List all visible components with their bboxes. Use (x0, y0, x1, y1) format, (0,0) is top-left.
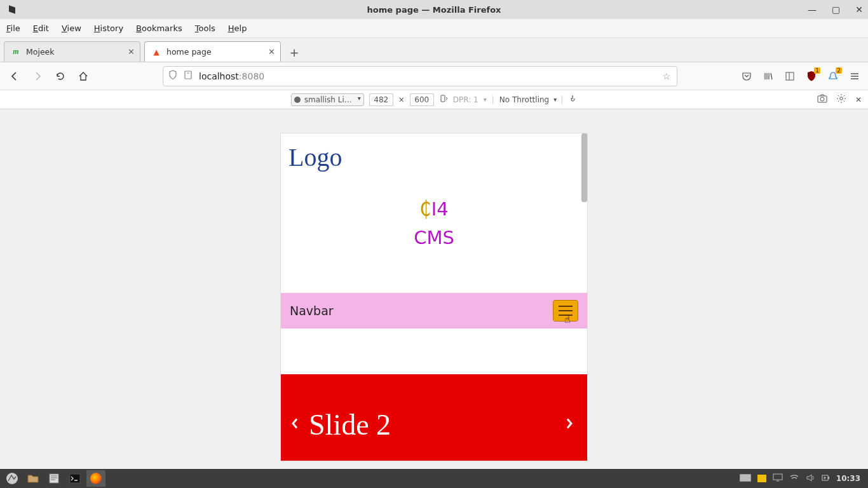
favicon-codeigniter-icon: ▲ (151, 47, 161, 57)
screenshot-button[interactable] (817, 94, 827, 105)
sidebar-button[interactable] (784, 71, 796, 82)
browser-menubar: File Edit View History Bookmarks Tools H… (0, 19, 868, 38)
favicon-mojeek-icon: m (11, 47, 21, 57)
editor-icon (48, 473, 60, 484)
svg-rect-1 (786, 72, 794, 80)
file-manager-button[interactable] (24, 470, 43, 487)
folder-icon (27, 473, 39, 484)
url-port: :8080 (239, 71, 264, 81)
rotate-button[interactable] (439, 94, 448, 105)
slide-title: Slide 2 (309, 408, 391, 442)
browser-toolbar: localhost:8080 ☆ 1 2 (0, 62, 868, 90)
svg-rect-8 (70, 474, 80, 483)
start-menu-button[interactable] (3, 470, 22, 487)
rdm-settings-button[interactable] (836, 93, 846, 105)
brand-currency-icon (419, 198, 431, 220)
gear-icon (836, 93, 846, 104)
tray-monitor-icon[interactable] (773, 473, 783, 484)
window-close-button[interactable]: ✕ (855, 4, 863, 15)
window-minimize-button[interactable]: — (808, 4, 817, 15)
tab-strip: m Mojeek ✕ ▲ home page ✕ + (0, 38, 868, 62)
tray-display-icon[interactable] (757, 475, 766, 482)
tray-wifi-icon[interactable] (789, 473, 799, 484)
tray-battery-icon[interactable] (821, 473, 830, 484)
dimension-separator: × (398, 95, 405, 104)
terminal-icon (69, 473, 81, 484)
tray-clock[interactable]: 10:33 (836, 474, 860, 483)
carousel-prev-button[interactable] (290, 417, 300, 433)
system-tray: 10:33 (740, 473, 865, 484)
forward-button[interactable] (31, 69, 44, 83)
terminal-button[interactable] (65, 470, 85, 487)
navbar-toggle-button[interactable] (553, 300, 578, 322)
carousel-next-button[interactable] (564, 417, 574, 433)
tab-label: Mojeek (26, 47, 55, 57)
menu-edit[interactable]: Edit (33, 24, 49, 33)
menu-bookmarks[interactable]: Bookmarks (136, 24, 182, 33)
page-info-icon[interactable] (184, 70, 193, 82)
pocket-icon (742, 71, 752, 81)
firefox-button[interactable] (86, 470, 105, 487)
menu-tools[interactable]: Tools (195, 24, 215, 33)
home-button[interactable] (76, 69, 90, 83)
notification-count-badge: 2 (836, 67, 842, 74)
bookmark-star-button[interactable]: ☆ (662, 71, 670, 81)
page-navbar: Navbar (281, 293, 587, 329)
svg-rect-7 (50, 474, 58, 483)
rdm-close-button[interactable]: ✕ (855, 95, 862, 104)
throttling-selector[interactable]: No Throttling (499, 95, 555, 104)
menu-view[interactable]: View (62, 24, 81, 33)
arrow-right-icon (32, 71, 43, 81)
page-scrollbar[interactable] (581, 133, 587, 202)
menu-file[interactable]: File (6, 24, 20, 33)
svg-point-6 (6, 473, 18, 484)
tab-home-page[interactable]: ▲ home page ✕ (144, 41, 281, 62)
ublock-button[interactable]: 1 (806, 71, 817, 82)
svg-rect-9 (740, 474, 751, 482)
menu-help[interactable]: Help (228, 24, 247, 33)
tray-volume-icon[interactable] (806, 473, 815, 484)
window-app-icon (9, 5, 15, 14)
svg-rect-0 (185, 71, 191, 79)
site-brand-heading: I4 CMS (281, 195, 587, 252)
back-button[interactable] (8, 69, 22, 83)
window-maximize-button[interactable]: ▢ (832, 4, 840, 15)
hamburger-line-icon (559, 310, 573, 311)
viewport-width-input[interactable]: 482 (369, 93, 393, 106)
touch-simulation-button[interactable] (568, 94, 577, 105)
ublock-count-badge: 1 (814, 67, 820, 74)
text-editor-button[interactable] (44, 470, 64, 487)
hamburger-line-icon (559, 315, 573, 316)
app-menu-button[interactable] (849, 71, 860, 82)
dpr-selector[interactable]: DPR: 1 (453, 95, 478, 104)
reload-button[interactable] (53, 69, 67, 83)
tray-keyboard-icon[interactable] (740, 474, 751, 484)
start-menu-icon (6, 472, 18, 485)
hamburger-line-icon (559, 306, 573, 307)
tab-close-button[interactable]: ✕ (128, 47, 135, 57)
tab-close-button[interactable]: ✕ (268, 47, 275, 57)
chevron-right-icon (564, 417, 574, 430)
firefox-icon (90, 473, 102, 484)
notifications-button[interactable]: 2 (827, 71, 839, 82)
address-bar[interactable]: localhost:8080 ☆ (163, 66, 677, 86)
responsive-stage: Logo I4 CMS Navbar Slide 2 (0, 109, 868, 488)
content-gap (281, 329, 587, 374)
viewport-height-input[interactable]: 600 (410, 93, 434, 106)
responsive-design-toolbar: smallish Li… 482 × 600 DPR: 1 ▾ | No Thr… (0, 90, 868, 109)
library-icon (763, 71, 773, 81)
tab-label: home page (166, 47, 212, 57)
window-titlebar: home page — Mozilla Firefox — ▢ ✕ (0, 0, 868, 19)
pocket-button[interactable] (741, 71, 752, 82)
new-tab-button[interactable]: + (285, 43, 304, 62)
hamburger-icon (850, 71, 860, 81)
reload-icon (55, 71, 65, 81)
window-title: home page — Mozilla Firefox (367, 5, 501, 15)
svg-point-4 (820, 97, 824, 101)
touch-icon (568, 94, 577, 103)
shield-icon (168, 70, 177, 82)
device-selector[interactable]: smallish Li… (291, 93, 364, 106)
menu-history[interactable]: History (94, 24, 123, 33)
library-button[interactable] (763, 71, 774, 82)
tab-mojeek[interactable]: m Mojeek ✕ (4, 41, 140, 62)
